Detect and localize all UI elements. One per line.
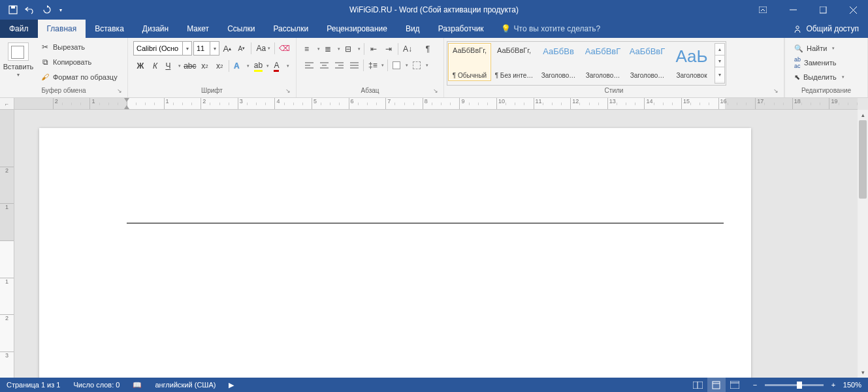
status-word-count[interactable]: Число слов: 0 — [67, 378, 126, 392]
tab-references[interactable]: Ссылки — [218, 20, 264, 38]
scroll-track[interactable] — [858, 120, 868, 367]
cursor-icon: ⬉ — [794, 73, 800, 82]
underline-button[interactable]: Ч▾ — [163, 59, 182, 73]
scroll-up-icon[interactable]: ▴ — [858, 110, 868, 120]
italic-button[interactable]: К — [148, 59, 163, 73]
style-heading1[interactable]: АаБбВвЗаголово… — [537, 43, 580, 81]
zoom-level[interactable]: 150% — [843, 381, 861, 389]
align-left-button[interactable] — [302, 58, 316, 73]
zoom-knob[interactable] — [797, 382, 802, 389]
align-center-button[interactable] — [317, 58, 331, 73]
replace-button[interactable]: abacЗаменить — [790, 56, 862, 70]
ribbon-display-options-icon[interactable] — [748, 0, 778, 20]
shading-button[interactable]: ▾ — [390, 58, 410, 73]
grow-font-button[interactable]: A▴ — [221, 41, 234, 56]
style-heading2[interactable]: АаБбВвГЗаголово… — [581, 43, 624, 81]
tab-review[interactable]: Рецензирование — [317, 20, 396, 38]
shrink-font-button[interactable]: A▾ — [235, 41, 248, 56]
web-layout-button[interactable] — [726, 378, 744, 392]
text-effects-button[interactable]: A▾ — [231, 59, 251, 73]
highlight-button[interactable]: ab▾ — [251, 59, 271, 73]
tab-home[interactable]: Главная — [38, 20, 86, 38]
multilevel-list-button[interactable]: ⊟▾ — [342, 42, 362, 56]
styles-scroll-up-icon[interactable]: ▴ — [715, 44, 724, 56]
horizontal-line-shape[interactable] — [127, 223, 724, 223]
style-normal[interactable]: АаБбВвГг,¶ Обычный — [448, 43, 491, 81]
select-button[interactable]: ⬉Выделить▾ — [790, 70, 862, 84]
style-heading3[interactable]: АаБбВвГЗаголово… — [626, 43, 669, 81]
strikethrough-button[interactable]: abc — [183, 59, 197, 73]
group-font: ▾ ▾ A▴ A▾ Aa▾ ⌫ Ж К Ч▾ abc x2 x2 A▾ ab▾ … — [128, 38, 297, 97]
superscript-button[interactable]: x2 — [212, 59, 227, 73]
font-color-button[interactable]: A▾ — [271, 59, 291, 73]
tab-layout[interactable]: Макет — [178, 20, 218, 38]
tab-developer[interactable]: Разработчик — [429, 20, 493, 38]
horizontal-ruler[interactable]: 2112345678910111213141516171819 — [14, 98, 858, 110]
font-launcher-icon[interactable]: ↘ — [284, 88, 292, 95]
status-language[interactable]: английский (США) — [148, 378, 222, 392]
font-name-combo[interactable]: ▾ — [133, 41, 192, 56]
styles-expand-icon[interactable]: ▾ — [715, 67, 724, 82]
status-macro[interactable]: ▶ — [222, 378, 240, 392]
paste-button[interactable]: Вставить ▼ — [3, 40, 34, 86]
show-marks-button[interactable]: ¶ — [421, 42, 435, 56]
maximize-button[interactable] — [808, 0, 838, 20]
page[interactable] — [39, 128, 751, 378]
align-right-button[interactable] — [332, 58, 346, 73]
read-mode-button[interactable] — [689, 378, 707, 392]
redo-icon[interactable] — [39, 2, 55, 18]
document-scrollpane[interactable] — [14, 110, 858, 378]
zoom-slider[interactable] — [765, 384, 824, 386]
bullets-button[interactable]: ≡▾ — [302, 42, 321, 56]
styles-scroll-down-icon[interactable]: ▾ — [715, 56, 724, 67]
clipboard-launcher-icon[interactable]: ↘ — [116, 88, 123, 95]
copy-button[interactable]: ⧉Копировать — [37, 55, 121, 69]
status-proofing[interactable]: 📖 — [126, 378, 148, 392]
tab-view[interactable]: Вид — [396, 20, 429, 38]
vertical-scrollbar[interactable]: ▴ ▾ — [858, 110, 868, 378]
styles-launcher-icon[interactable]: ↘ — [772, 88, 780, 95]
bold-button[interactable]: Ж — [133, 59, 148, 73]
style-title[interactable]: АаЬЗаголовок — [670, 43, 713, 81]
tell-me-search[interactable]: 💡 Что вы хотите сделать? — [493, 20, 609, 38]
share-button[interactable]: Общий доступ — [784, 20, 868, 38]
status-page[interactable]: Страница 1 из 1 — [0, 378, 67, 392]
scroll-thumb[interactable] — [859, 120, 867, 199]
cut-button[interactable]: ✂Вырезать — [37, 40, 121, 54]
zoom-out-button[interactable]: − — [750, 381, 760, 389]
clear-formatting-button[interactable]: ⌫ — [278, 41, 291, 56]
font-size-input[interactable] — [193, 41, 210, 56]
ruler-corner[interactable]: ⌐ — [0, 98, 14, 110]
sort-button[interactable]: A↓ — [400, 42, 420, 56]
subscript-button[interactable]: x2 — [198, 59, 212, 73]
line-spacing-button[interactable]: ‡≡▾ — [366, 58, 385, 73]
save-icon[interactable] — [5, 2, 21, 18]
qat-customize-icon[interactable]: ▾ — [56, 2, 65, 18]
increase-indent-button[interactable]: ⇥ — [381, 42, 396, 56]
minimize-button[interactable] — [778, 0, 808, 20]
chevron-down-icon[interactable]: ▾ — [183, 41, 192, 56]
borders-button[interactable]: ▾ — [410, 58, 430, 73]
format-painter-button[interactable]: 🖌Формат по образцу — [37, 70, 121, 84]
close-button[interactable] — [838, 0, 868, 20]
justify-button[interactable] — [347, 58, 361, 73]
find-button[interactable]: 🔍Найти▾ — [790, 41, 862, 56]
zoom-in-button[interactable]: + — [829, 381, 838, 389]
change-case-button[interactable]: Aa▾ — [254, 41, 272, 56]
scroll-down-icon[interactable]: ▾ — [858, 367, 868, 378]
print-layout-button[interactable] — [707, 378, 726, 392]
svg-rect-2 — [759, 7, 767, 13]
tab-insert[interactable]: Вставка — [86, 20, 133, 38]
tab-file[interactable]: Файл — [0, 20, 38, 38]
decrease-indent-button[interactable]: ⇤ — [366, 42, 381, 56]
chevron-down-icon[interactable]: ▾ — [210, 41, 219, 56]
font-size-combo[interactable]: ▾ — [193, 41, 219, 56]
style-no-spacing[interactable]: АаБбВвГг,¶ Без инте… — [492, 43, 536, 81]
tab-design[interactable]: Дизайн — [133, 20, 178, 38]
paragraph-launcher-icon[interactable]: ↘ — [432, 88, 440, 95]
font-name-input[interactable] — [133, 41, 183, 56]
tab-mailings[interactable]: Рассылки — [264, 20, 317, 38]
undo-icon[interactable] — [22, 2, 38, 18]
vertical-ruler[interactable]: 21123 — [0, 110, 14, 378]
numbering-button[interactable]: ≣▾ — [322, 42, 342, 56]
